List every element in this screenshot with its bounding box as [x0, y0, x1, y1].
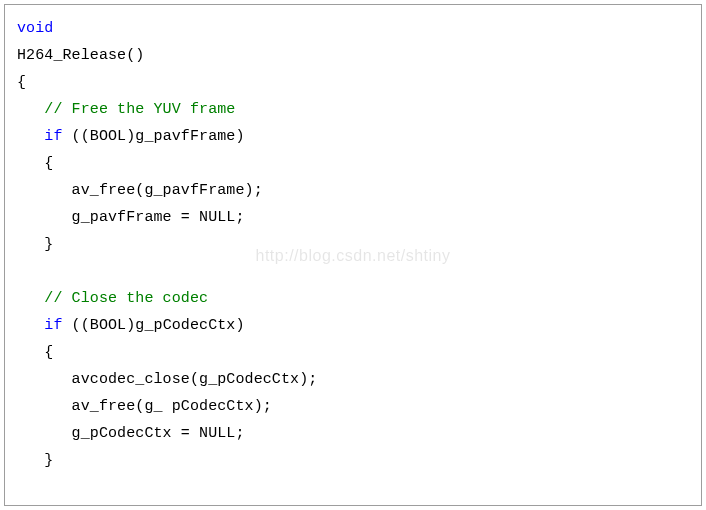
stmt-5: g_pCodecCtx = NULL;: [17, 425, 245, 442]
if-2-cond: ((BOOL)g_pCodecCtx): [63, 317, 245, 334]
kw-void: void: [17, 20, 53, 37]
brace-close-1: }: [17, 236, 53, 253]
code-frame-inner: http://blog.csdn.net/shtiny void H264_Re…: [7, 7, 699, 503]
fn-sig: H264_Release(): [17, 47, 144, 64]
comment-2: // Close the codec: [17, 290, 208, 307]
if-1-cond: ((BOOL)g_pavfFrame): [63, 128, 245, 145]
stmt-2: g_pavfFrame = NULL;: [17, 209, 245, 226]
stmt-4: av_free(g_ pCodecCtx);: [17, 398, 272, 415]
kw-if-2: if: [17, 317, 63, 334]
code-frame-outer: http://blog.csdn.net/shtiny void H264_Re…: [4, 4, 702, 506]
brace-open-2: {: [17, 344, 53, 361]
brace-close-2: }: [17, 452, 53, 469]
brace-open-1: {: [17, 155, 53, 172]
stmt-1: av_free(g_pavfFrame);: [17, 182, 263, 199]
brace-open: {: [17, 74, 26, 91]
stmt-3: avcodec_close(g_pCodecCtx);: [17, 371, 317, 388]
code-block: void H264_Release() { // Free the YUV fr…: [17, 15, 689, 503]
comment-1: // Free the YUV frame: [17, 101, 235, 118]
kw-if-1: if: [17, 128, 63, 145]
